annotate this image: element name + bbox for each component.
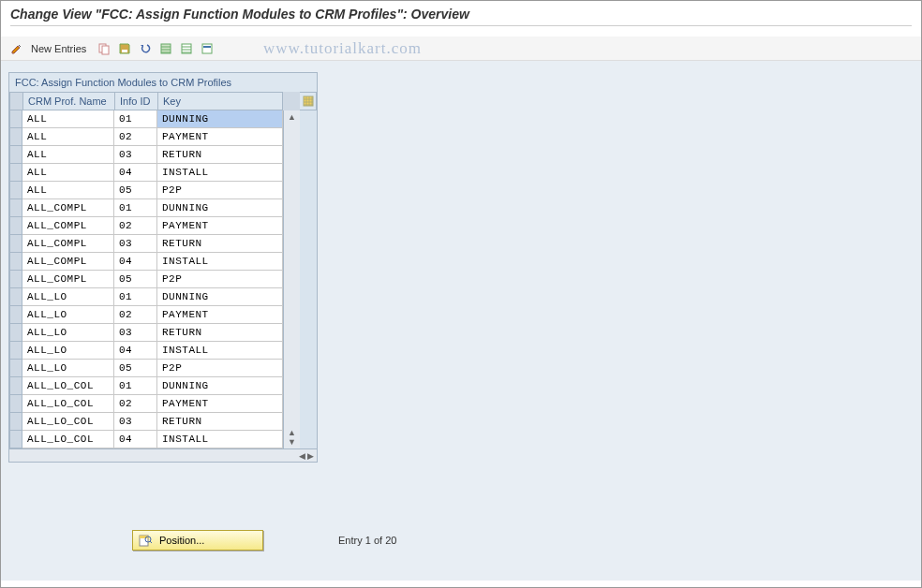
cell-key[interactable]: PAYMENT xyxy=(157,128,283,146)
cell-info[interactable]: 01 xyxy=(114,377,157,395)
cell-name[interactable]: ALL_COMPL xyxy=(22,235,114,253)
table-row[interactable]: ALL_LO05P2P xyxy=(9,360,283,377)
position-button[interactable]: Position... xyxy=(132,530,263,551)
table-row[interactable]: ALL_COMPL01DUNNING xyxy=(9,199,283,217)
row-selector[interactable] xyxy=(9,360,22,377)
cell-info[interactable]: 01 xyxy=(114,288,157,306)
cell-name[interactable]: ALL xyxy=(22,164,114,182)
scroll-right-icon[interactable]: ▶ xyxy=(307,451,314,461)
select-all-handle[interactable] xyxy=(9,92,22,110)
cell-name[interactable]: ALL_LO_COL xyxy=(22,395,114,413)
cell-info[interactable]: 03 xyxy=(114,235,157,253)
cell-name[interactable]: ALL_LO_COL xyxy=(22,431,114,448)
cell-info[interactable]: 03 xyxy=(114,146,157,164)
cell-name[interactable]: ALL_LO xyxy=(22,360,114,377)
scroll-down-small-icon[interactable]: ▲ xyxy=(288,428,296,437)
row-selector[interactable] xyxy=(9,377,22,395)
save-icon[interactable] xyxy=(116,40,133,57)
change-mode-icon[interactable] xyxy=(8,40,25,57)
cell-key[interactable]: DUNNING xyxy=(157,199,283,217)
cell-info[interactable]: 02 xyxy=(114,306,157,324)
table-row[interactable]: ALL_COMPL02PAYMENT xyxy=(9,217,283,235)
table-row[interactable]: ALL02PAYMENT xyxy=(9,128,283,146)
horizontal-scrollbar[interactable]: ◀ ▶ xyxy=(9,448,317,462)
table-row[interactable]: ALL05P2P xyxy=(9,182,283,199)
cell-key[interactable]: DUNNING xyxy=(157,288,283,306)
cell-name[interactable]: ALL_LO_COL xyxy=(22,377,114,395)
table-row[interactable]: ALL_LO_COL01DUNNING xyxy=(9,377,283,395)
copy-icon[interactable] xyxy=(96,40,112,57)
row-selector[interactable] xyxy=(9,413,22,431)
table-row[interactable]: ALL01DUNNING xyxy=(9,110,283,128)
scroll-left-icon[interactable]: ◀ xyxy=(299,451,305,461)
row-selector[interactable] xyxy=(9,431,22,448)
row-selector[interactable] xyxy=(9,128,22,146)
cell-name[interactable]: ALL_COMPL xyxy=(22,217,114,235)
row-selector[interactable] xyxy=(9,324,22,342)
scroll-down-icon[interactable]: ▼ xyxy=(288,437,296,447)
row-selector[interactable] xyxy=(9,342,22,360)
cell-info[interactable]: 04 xyxy=(114,164,157,182)
table-row[interactable]: ALL_COMPL04INSTALL xyxy=(9,253,283,271)
cell-name[interactable]: ALL_COMPL xyxy=(22,253,114,271)
cell-key[interactable]: RETURN xyxy=(157,413,283,431)
table-row[interactable]: ALL_COMPL05P2P xyxy=(9,271,283,288)
column-header-key[interactable]: Key xyxy=(157,92,283,110)
cell-name[interactable]: ALL_LO_COL xyxy=(22,413,114,431)
row-selector[interactable] xyxy=(9,288,22,306)
row-selector[interactable] xyxy=(9,164,22,182)
vertical-scrollbar[interactable]: ▲ ▲ ▼ xyxy=(283,110,300,448)
cell-name[interactable]: ALL_LO xyxy=(22,306,114,324)
cell-info[interactable]: 02 xyxy=(114,217,157,235)
table-row[interactable]: ALL_LO04INSTALL xyxy=(9,342,283,360)
new-entries-button[interactable]: New Entries xyxy=(29,43,92,54)
cell-name[interactable]: ALL_LO xyxy=(22,288,114,306)
row-selector[interactable] xyxy=(9,217,22,235)
row-selector[interactable] xyxy=(9,199,22,217)
row-selector[interactable] xyxy=(9,395,22,413)
cell-name[interactable]: ALL_LO xyxy=(22,324,114,342)
cell-info[interactable]: 04 xyxy=(114,431,157,448)
table-row[interactable]: ALL_LO02PAYMENT xyxy=(9,306,283,324)
row-selector[interactable] xyxy=(9,271,22,288)
cell-name[interactable]: ALL_LO xyxy=(22,342,114,360)
row-selector[interactable] xyxy=(9,253,22,271)
row-selector[interactable] xyxy=(9,306,22,324)
row-selector[interactable] xyxy=(9,182,22,199)
cell-key[interactable]: RETURN xyxy=(157,324,283,342)
row-selector[interactable] xyxy=(9,146,22,164)
cell-key[interactable]: INSTALL xyxy=(157,253,283,271)
table-row[interactable]: ALL_LO_COL02PAYMENT xyxy=(9,395,283,413)
cell-name[interactable]: ALL_COMPL xyxy=(22,271,114,288)
cell-key[interactable]: PAYMENT xyxy=(157,306,283,324)
deselect-all-icon[interactable] xyxy=(178,40,195,57)
scroll-up-icon[interactable]: ▲ xyxy=(288,112,296,122)
cell-info[interactable]: 03 xyxy=(114,324,157,342)
cell-info[interactable]: 04 xyxy=(114,253,157,271)
cell-info[interactable]: 02 xyxy=(114,128,157,146)
table-row[interactable]: ALL_LO03RETURN xyxy=(9,324,283,342)
row-selector[interactable] xyxy=(9,235,22,253)
cell-key[interactable]: INSTALL xyxy=(157,431,283,448)
cell-name[interactable]: ALL xyxy=(22,128,114,146)
cell-key[interactable]: PAYMENT xyxy=(157,395,283,413)
cell-key[interactable]: INSTALL xyxy=(157,342,283,360)
cell-key[interactable]: PAYMENT xyxy=(157,217,283,235)
table-row[interactable]: ALL_LO_COL03RETURN xyxy=(9,413,283,431)
cell-key[interactable]: RETURN xyxy=(157,235,283,253)
table-row[interactable]: ALL03RETURN xyxy=(9,146,283,164)
delete-icon[interactable] xyxy=(199,40,216,57)
cell-info[interactable]: 05 xyxy=(114,360,157,377)
cell-key[interactable]: DUNNING xyxy=(157,377,283,395)
cell-key[interactable]: RETURN xyxy=(157,146,283,164)
select-all-icon[interactable] xyxy=(157,40,174,57)
cell-key[interactable]: P2P xyxy=(157,271,283,288)
cell-name[interactable]: ALL xyxy=(22,146,114,164)
cell-name[interactable]: ALL xyxy=(22,110,114,128)
cell-info[interactable]: 01 xyxy=(114,199,157,217)
undo-icon[interactable] xyxy=(137,40,154,57)
cell-info[interactable]: 04 xyxy=(114,342,157,360)
cell-info[interactable]: 02 xyxy=(114,395,157,413)
cell-info[interactable]: 05 xyxy=(114,271,157,288)
cell-info[interactable]: 01 xyxy=(114,110,157,128)
